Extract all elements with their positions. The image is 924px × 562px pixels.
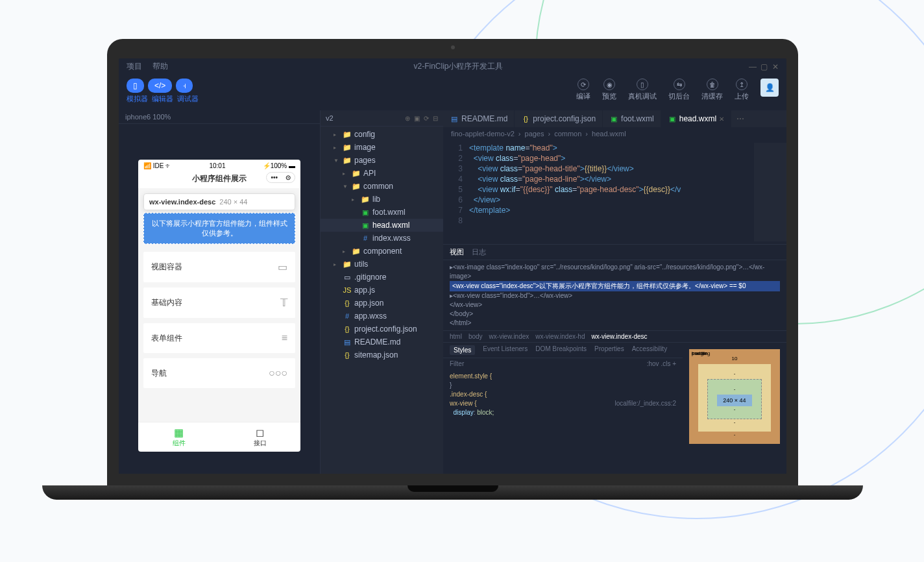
- page-title: 小程序组件展示: [192, 174, 247, 183]
- tab-README.md[interactable]: ▤README.md: [443, 110, 515, 127]
- tree-item-app.json[interactable]: {}app.json: [321, 297, 443, 310]
- tree-item-sitemap.json[interactable]: {}sitemap.json: [321, 348, 443, 361]
- status-carrier: 📶 IDE ᯤ: [143, 162, 172, 169]
- background-button[interactable]: ⇆切后台: [668, 79, 690, 101]
- editor-label: 编辑器: [152, 94, 173, 104]
- dom-tree[interactable]: ▸<wx-image class="index-logo" src="../re…: [443, 260, 786, 330]
- devtools-tab-view[interactable]: 视图: [450, 247, 464, 257]
- upload-button[interactable]: ↥上传: [735, 79, 749, 101]
- tab-api[interactable]: ◻接口: [219, 422, 300, 452]
- tree-item-utils[interactable]: ▸📁utils: [321, 258, 443, 271]
- devtools-tab-log[interactable]: 日志: [472, 247, 486, 257]
- box-model: margin 10 border - padding - 240 × 4: [683, 343, 786, 474]
- devtools: 视图 日志 ▸<wx-image class="index-logo" src=…: [443, 244, 786, 474]
- clear-cache-button[interactable]: 🗑清缓存: [701, 79, 723, 101]
- tree-item-component[interactable]: ▸📁component: [321, 245, 443, 258]
- tree-item-head.wxml[interactable]: ▣head.wxml: [321, 219, 443, 232]
- simulator-label: 模拟器: [127, 94, 148, 104]
- editor-tabs: ▤README.md{}project.config.json▣foot.wxm…: [443, 110, 786, 127]
- maximize-icon[interactable]: ▢: [760, 62, 767, 71]
- new-file-icon[interactable]: ⊕: [405, 115, 410, 122]
- compile-button[interactable]: ⟳编译: [576, 79, 590, 101]
- tree-item-app.wxss[interactable]: #app.wxss: [321, 310, 443, 323]
- list-item[interactable]: 视图容器▭: [143, 252, 295, 282]
- menu-project[interactable]: 项目: [127, 61, 142, 72]
- close-icon[interactable]: ✕: [772, 62, 779, 71]
- tree-item-lib[interactable]: ▸📁lib: [321, 193, 443, 206]
- capsule[interactable]: ••• ⊙: [266, 172, 295, 183]
- capsule-more-icon[interactable]: •••: [267, 173, 282, 182]
- styles-tab-dom-breakpoints[interactable]: DOM Breakpoints: [535, 345, 587, 355]
- refresh-icon[interactable]: ⟳: [424, 115, 429, 122]
- status-battery: ⚡100% ▬: [263, 162, 295, 169]
- styles-tab-event-listeners[interactable]: Event Listeners: [483, 345, 528, 355]
- tab-component[interactable]: ▦组件: [138, 422, 219, 452]
- css-rules[interactable]: element.style {}.index-desc {</span></di…: [443, 369, 683, 420]
- tree-item-README.md[interactable]: ▤README.md: [321, 336, 443, 348]
- tree-item-API[interactable]: ▸📁API: [321, 167, 443, 180]
- tree-item-config[interactable]: ▸📁config: [321, 128, 443, 141]
- capsule-close-icon[interactable]: ⊙: [282, 173, 295, 182]
- styles-tab-properties[interactable]: Properties: [594, 345, 624, 355]
- cls-toggle[interactable]: .cls: [661, 360, 670, 367]
- menubar: 项目 帮助 v2-FinClip小程序开发工具 — ▢ ✕: [119, 58, 786, 75]
- laptop-frame: 项目 帮助 v2-FinClip小程序开发工具 — ▢ ✕ ▯ </> ⫞: [107, 39, 798, 500]
- code-editor[interactable]: 12345678 <template name="head"> <view cl…: [443, 140, 786, 244]
- collapse-icon[interactable]: ⊟: [433, 115, 438, 122]
- toolbar: ▯ </> ⫞ 模拟器 编辑器 调试器 ⟳编译 ◉预览 ▯真机调试 ⇆切后台: [119, 75, 786, 110]
- tree-item-index.wxss[interactable]: #index.wxss: [321, 232, 443, 245]
- simulator-panel: iphone6 100% 📶 IDE ᯤ 10:01 ⚡100% ▬ 小程序组件…: [119, 110, 320, 474]
- editor-toggle[interactable]: </>: [148, 79, 172, 93]
- phone-preview: 📶 IDE ᯤ 10:01 ⚡100% ▬ 小程序组件展示 ••• ⊙: [138, 160, 300, 452]
- ide-window: 项目 帮助 v2-FinClip小程序开发工具 — ▢ ✕ ▯ </> ⫞: [119, 58, 786, 474]
- dom-breadcrumb[interactable]: htmlbodywx-view.indexwx-view.index-hdwx-…: [443, 330, 786, 342]
- add-rule-icon[interactable]: +: [672, 360, 676, 367]
- simulator-toggle[interactable]: ▯: [127, 79, 144, 93]
- camera-dot: [451, 45, 455, 49]
- tree-item-project.config.json[interactable]: {}project.config.json: [321, 323, 443, 336]
- debugger-toggle[interactable]: ⫞: [176, 79, 193, 93]
- tree-item-app.js[interactable]: JSapp.js: [321, 284, 443, 297]
- tree-item-common[interactable]: ▼📁common: [321, 180, 443, 193]
- index-desc[interactable]: 以下将展示小程序官方组件能力，组件样式仅供参考。: [143, 213, 295, 244]
- breadcrumb[interactable]: fino-applet-demo-v2›pages›common›head.wx…: [443, 127, 786, 140]
- tab-head.wxml[interactable]: ▣head.wxml✕: [661, 110, 731, 127]
- file-explorer: v2 ⊕ ▣ ⟳ ⊟ ▸📁config▸📁image▼📁pages▸📁API▼📁…: [320, 110, 443, 474]
- tabs-overflow-icon[interactable]: ⋯: [731, 114, 749, 123]
- window-title: v2-FinClip小程序开发工具: [178, 61, 738, 72]
- tree-item-foot.wxml[interactable]: ▣foot.wxml: [321, 206, 443, 219]
- list-item[interactable]: 导航○○○: [143, 358, 295, 388]
- tree-item-image[interactable]: ▸📁image: [321, 141, 443, 154]
- device-selector[interactable]: iphone6 100%: [119, 110, 320, 124]
- list-item[interactable]: 表单组件≡: [143, 323, 295, 353]
- menu-help[interactable]: 帮助: [152, 61, 168, 72]
- styles-tab-accessibility[interactable]: Accessibility: [632, 345, 667, 355]
- new-folder-icon[interactable]: ▣: [414, 115, 420, 122]
- avatar[interactable]: 👤: [760, 79, 779, 97]
- close-tab-icon[interactable]: ✕: [719, 116, 724, 123]
- list-item[interactable]: 基础内容𝕋: [143, 287, 295, 318]
- styles-tabs[interactable]: StylesEvent ListenersDOM BreakpointsProp…: [443, 343, 683, 358]
- tree-item-.gitignore[interactable]: ▭.gitignore: [321, 271, 443, 284]
- inspect-tooltip: wx-view.index-desc240 × 44: [143, 193, 295, 210]
- tree-root[interactable]: v2: [326, 114, 334, 122]
- remote-debug-button[interactable]: ▯真机调试: [628, 79, 657, 101]
- selected-dom-node: <wx-view class="index-desc">以下将展示小程序官方组件…: [450, 281, 780, 291]
- tree-item-pages[interactable]: ▼📁pages: [321, 154, 443, 167]
- preview-button[interactable]: ◉预览: [602, 79, 616, 101]
- debugger-label: 调试器: [177, 94, 199, 104]
- hov-toggle[interactable]: :hov: [647, 360, 659, 367]
- tab-project.config.json[interactable]: {}project.config.json: [515, 110, 603, 127]
- tab-foot.wxml[interactable]: ▣foot.wxml: [603, 110, 661, 127]
- styles-tab-styles[interactable]: Styles: [450, 345, 475, 355]
- status-time: 10:01: [209, 162, 225, 169]
- styles-filter[interactable]: Filter: [450, 360, 464, 367]
- minimize-icon[interactable]: —: [749, 62, 755, 71]
- minimap[interactable]: [754, 143, 786, 241]
